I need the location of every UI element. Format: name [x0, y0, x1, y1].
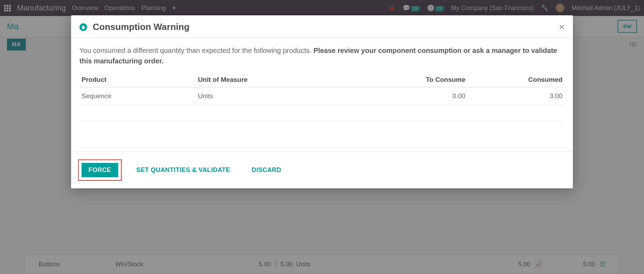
set-quantities-validate-button[interactable]: SET QUANTITIES & VALIDATE	[129, 163, 237, 177]
modal-overlay: Consumption Warning × You consumed a dif…	[0, 0, 644, 274]
cell-uom: Units	[196, 87, 370, 105]
modal-body: You consumed a different quantity than e…	[71, 38, 573, 151]
cell-to-consume: 0.00	[370, 87, 467, 105]
modal-title: Consumption Warning	[93, 22, 190, 32]
col-to-consume: To Consume	[370, 72, 467, 87]
warning-text: You consumed a different quantity than e…	[79, 45, 565, 66]
divider	[79, 148, 565, 148]
close-icon[interactable]: ×	[559, 22, 565, 32]
col-consumed: Consumed	[468, 72, 565, 87]
col-uom: Unit of Measure	[196, 72, 370, 87]
modal-footer: FORCE SET QUANTITIES & VALIDATE DISCARD	[71, 151, 573, 188]
bug-icon	[79, 23, 87, 31]
cell-product: Sequence	[79, 87, 196, 105]
cell-consumed: 3.00	[468, 87, 565, 105]
discard-button[interactable]: DISCARD	[245, 163, 288, 177]
consumption-warning-modal: Consumption Warning × You consumed a dif…	[71, 15, 573, 188]
col-product: Product	[79, 72, 196, 87]
force-highlight: FORCE	[78, 159, 122, 181]
consumption-table: Product Unit of Measure To Consume Consu…	[79, 72, 565, 137]
modal-header: Consumption Warning ×	[71, 15, 573, 38]
table-row: Sequence Units 0.00 3.00	[79, 87, 565, 105]
force-button[interactable]: FORCE	[82, 163, 118, 177]
empty-row	[79, 105, 565, 121]
empty-row	[79, 121, 565, 137]
